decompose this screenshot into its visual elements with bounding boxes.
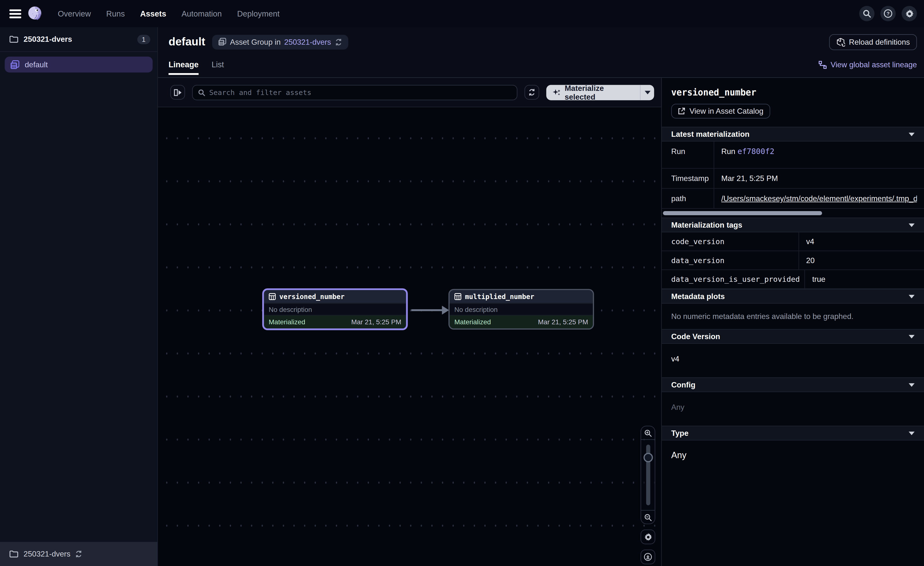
section-title: Materialization tags bbox=[671, 221, 742, 229]
asset-sidebar: 250321-dvers 1 default bbox=[0, 27, 158, 566]
horizontal-scrollbar[interactable] bbox=[663, 211, 822, 215]
main-area: default Asset Group in 250321-dvers bbox=[158, 27, 924, 566]
nav-item-automation[interactable]: Automation bbox=[182, 9, 222, 18]
asset-node-description: No description bbox=[264, 303, 406, 316]
row-value-run: Run ef7800f2 bbox=[714, 142, 924, 168]
section-caret-icon[interactable] bbox=[909, 383, 915, 387]
refresh-icon[interactable] bbox=[75, 550, 82, 558]
tag-key: data_version_is_user_provided bbox=[662, 270, 804, 288]
help-button[interactable]: ? bbox=[880, 6, 896, 21]
asset-node-description: No description bbox=[450, 303, 593, 316]
footer-repo-name: 250321-dvers bbox=[24, 549, 70, 558]
page-title: default bbox=[168, 35, 205, 48]
asset-detail-panel: versioned_number View in Asset Catalog L… bbox=[662, 78, 924, 566]
help-icon: ? bbox=[884, 9, 893, 18]
sidebar-item-label: default bbox=[25, 60, 48, 69]
section-caret-icon[interactable] bbox=[909, 223, 915, 227]
zoom-in-button[interactable] bbox=[641, 426, 655, 440]
graph-settings-button[interactable] bbox=[640, 530, 655, 544]
search-input[interactable] bbox=[209, 88, 512, 96]
row-label-path: path bbox=[662, 189, 714, 208]
row-value-timestamp: Mar 21, 5:25 PM bbox=[714, 169, 924, 188]
asset-group-icon bbox=[218, 38, 226, 46]
graph-toolbar: Materialize selected bbox=[158, 78, 662, 107]
asset-table-icon bbox=[454, 293, 461, 300]
dagster-logo[interactable] bbox=[27, 5, 44, 22]
path-link[interactable]: /Users/smackesey/stm/code/elementl/exper… bbox=[721, 194, 917, 203]
section-caret-icon[interactable] bbox=[909, 431, 915, 435]
lineage-canvas[interactable]: versioned_number No description Material… bbox=[158, 107, 662, 566]
refresh-graph-button[interactable] bbox=[524, 85, 539, 100]
top-nav: Overview Runs Assets Automation Deployme… bbox=[0, 0, 924, 27]
section-latest-materialization[interactable]: Latest materialization bbox=[662, 127, 924, 142]
tag-value: true bbox=[804, 270, 924, 288]
reload-cube-icon bbox=[836, 38, 844, 46]
zoom-slider[interactable] bbox=[641, 440, 655, 510]
svg-text:?: ? bbox=[886, 11, 890, 16]
view-global-asset-lineage-link[interactable]: View global asset lineage bbox=[818, 57, 917, 69]
sidebar-footer[interactable]: 250321-dvers bbox=[0, 542, 158, 566]
materialized-timestamp: Mar 21, 5:25 PM bbox=[351, 318, 401, 325]
nav-item-overview[interactable]: Overview bbox=[58, 9, 91, 18]
section-type[interactable]: Type bbox=[662, 426, 924, 441]
empty-note: No numeric metadata entries available to… bbox=[671, 312, 854, 321]
expand-panel-button[interactable] bbox=[170, 85, 185, 100]
reload-definitions-label: Reload definitions bbox=[849, 38, 910, 46]
nav-item-runs[interactable]: Runs bbox=[106, 9, 125, 18]
hamburger-menu-icon[interactable] bbox=[9, 9, 21, 18]
view-in-asset-catalog-button[interactable]: View in Asset Catalog bbox=[671, 104, 770, 119]
lineage-edge-arrow bbox=[410, 303, 450, 318]
section-caret-icon[interactable] bbox=[909, 294, 915, 298]
zoom-slider-thumb[interactable] bbox=[643, 453, 652, 462]
materialized-status: Materialized bbox=[269, 318, 305, 325]
badge-prefix: Asset Group in bbox=[230, 38, 280, 46]
tab-bar: Lineage List View global asset lineage bbox=[158, 57, 924, 78]
settings-button[interactable] bbox=[902, 6, 917, 21]
refresh-icon[interactable] bbox=[334, 38, 342, 46]
view-in-asset-catalog-label: View in Asset Catalog bbox=[690, 107, 764, 115]
asset-node-versioned-number[interactable]: versioned_number No description Material… bbox=[262, 288, 408, 330]
recenter-view-button[interactable] bbox=[640, 549, 655, 564]
asset-group-icon bbox=[10, 60, 20, 69]
section-metadata-plots[interactable]: Metadata plots bbox=[662, 289, 924, 304]
asset-node-header: multiplied_number bbox=[450, 290, 593, 303]
materialize-selected-button[interactable]: Materialize selected bbox=[546, 84, 654, 100]
section-caret-icon[interactable] bbox=[909, 334, 915, 338]
zoom-out-icon bbox=[644, 513, 652, 521]
page-header: default Asset Group in 250321-dvers bbox=[158, 27, 924, 57]
nav-item-deployment[interactable]: Deployment bbox=[237, 9, 280, 18]
search-button[interactable] bbox=[859, 6, 874, 21]
nav-item-assets[interactable]: Assets bbox=[140, 9, 166, 18]
materialized-timestamp: Mar 21, 5:25 PM bbox=[538, 318, 588, 325]
section-title: Code Version bbox=[671, 332, 720, 341]
materialize-dropdown-button[interactable] bbox=[640, 84, 654, 100]
sidebar-item-default[interactable]: default bbox=[4, 57, 153, 73]
tab-list[interactable]: List bbox=[212, 57, 224, 75]
refresh-icon bbox=[528, 89, 536, 96]
run-id-link[interactable]: ef7800f2 bbox=[738, 147, 774, 155]
section-title: Latest materialization bbox=[671, 130, 750, 138]
tag-key: code_version bbox=[662, 232, 798, 250]
section-title: Config bbox=[671, 381, 696, 389]
primary-nav: Overview Runs Assets Automation Deployme… bbox=[58, 9, 280, 18]
sidebar-repo-row[interactable]: 250321-dvers 1 bbox=[0, 27, 158, 52]
section-code-version[interactable]: Code Version bbox=[662, 329, 924, 344]
asset-search-box bbox=[192, 84, 517, 100]
materialized-status: Materialized bbox=[454, 318, 490, 325]
gear-icon bbox=[644, 533, 652, 541]
tag-value: 20 bbox=[798, 251, 924, 269]
section-config[interactable]: Config bbox=[662, 377, 924, 392]
folder-icon bbox=[9, 35, 18, 43]
asset-node-multiplied-number[interactable]: multiplied_number No description Materia… bbox=[448, 289, 594, 330]
zoom-out-button[interactable] bbox=[641, 510, 655, 524]
materialize-sparkle-icon bbox=[552, 88, 561, 96]
dagster-app: Overview Runs Assets Automation Deployme… bbox=[0, 0, 924, 566]
tab-lineage[interactable]: Lineage bbox=[168, 57, 199, 75]
zoom-in-icon bbox=[644, 429, 652, 437]
section-caret-icon[interactable] bbox=[909, 132, 915, 136]
badge-repo-link[interactable]: 250321-dvers bbox=[284, 38, 331, 46]
section-materialization-tags[interactable]: Materialization tags bbox=[662, 218, 924, 232]
reload-definitions-button[interactable]: Reload definitions bbox=[829, 34, 917, 50]
tag-key: data_version bbox=[662, 251, 798, 269]
asset-group-badge: Asset Group in 250321-dvers bbox=[212, 35, 348, 49]
